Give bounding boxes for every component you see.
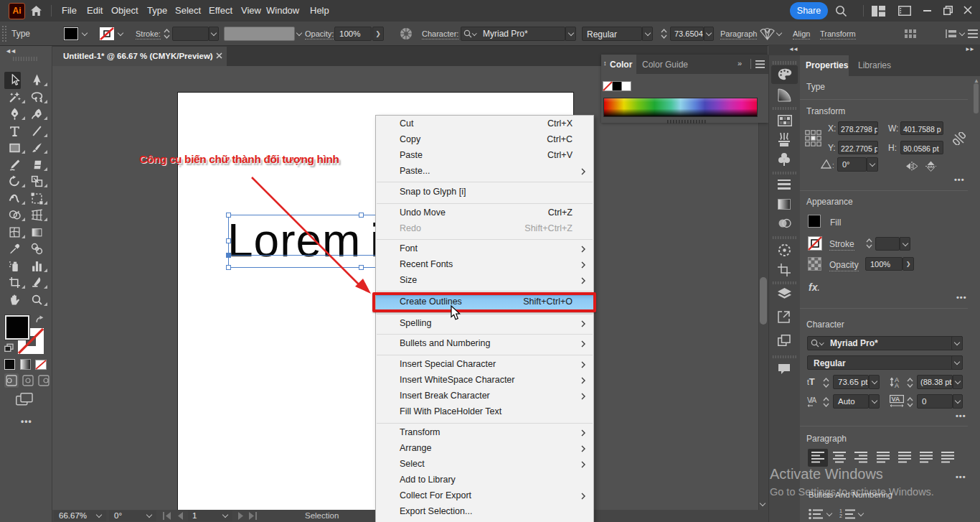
- svg-text:VA: VA: [892, 396, 900, 403]
- svg-text:V/A: V/A: [807, 396, 816, 404]
- svg-text:A: A: [895, 382, 899, 388]
- svg-text:2: 2: [839, 513, 842, 518]
- svg-text:1: 1: [839, 508, 842, 513]
